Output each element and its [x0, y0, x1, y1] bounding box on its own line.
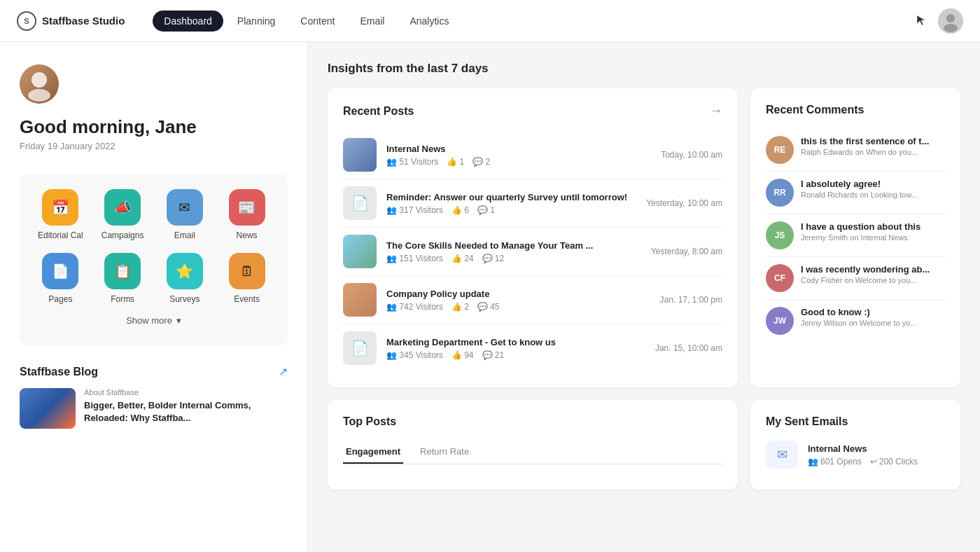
user-avatar-nav[interactable] [938, 8, 963, 34]
shortcut-events[interactable]: 🗓 Events [218, 253, 275, 304]
opens-icon: 👥 [808, 457, 818, 467]
post-title: Company Policy update [386, 289, 650, 299]
post-thumbnail: 📄 [343, 186, 377, 220]
recent-posts-arrow[interactable]: → [710, 104, 722, 118]
comments-list: RE this is the first sentence of t... Ra… [766, 129, 945, 342]
shortcut-icon-3: 📰 [229, 189, 265, 226]
comment-item[interactable]: JS I have a question about this Jeremy S… [766, 214, 945, 257]
nav-planning[interactable]: Planning [226, 11, 287, 32]
insights-title: Insights from the last 7 days [328, 62, 960, 76]
shortcut-label-7: Events [234, 294, 260, 304]
blog-thumbnail [20, 388, 76, 429]
post-likes: 👍 6 [451, 205, 469, 215]
post-item[interactable]: The Core Skills Needed to Manage Your Te… [343, 228, 722, 276]
show-more-button[interactable]: Show more ▾ [32, 311, 275, 330]
email-info: Internal News 👥 601 Opens ↩ 200 Clicks [808, 443, 918, 467]
shortcut-icon-0: 📅 [42, 189, 78, 226]
svg-point-2 [944, 24, 958, 32]
sent-email-item[interactable]: ✉ Internal News 👥 601 Opens ↩ 200 Clicks [766, 441, 945, 469]
post-item[interactable]: 📄 Marketing Department - Get to know us … [343, 324, 722, 372]
post-info: Company Policy update 👥 742 Visitors 👍 2… [386, 289, 650, 312]
nav-analytics[interactable]: Analytics [398, 11, 460, 32]
comment-item[interactable]: RE this is the first sentence of t... Ra… [766, 129, 945, 172]
shortcut-campaigns[interactable]: 📣 Campaigns [94, 189, 151, 240]
email-title: Internal News [808, 443, 918, 454]
email-opens: 👥 601 Opens [808, 457, 862, 467]
sent-emails-title: My Sent Emails [766, 415, 848, 428]
comment-content: I have a question about this Jeremy Smit… [801, 221, 920, 249]
post-likes: 👍 1 [447, 157, 464, 167]
blog-post-title: Bigger, Better, Bolder Internal Comms, R… [84, 399, 288, 425]
nav-dashboard[interactable]: Dashboard [153, 11, 223, 32]
post-item[interactable]: Internal News 👥 51 Visitors 👍 1 💬 2 Toda… [343, 131, 722, 179]
post-comments: 💬 1 [477, 205, 495, 215]
post-item[interactable]: 📄 Reminder: Answer our quarterly Survey … [343, 179, 722, 228]
post-title: Reminder: Answer our quarterly Survey un… [386, 192, 636, 202]
top-posts-tabs: Engagement Return Rate [343, 441, 722, 464]
sent-emails-card: My Sent Emails ✉ Internal News 👥 601 Ope… [750, 400, 960, 490]
post-time: Jan. 17, 1:00 pm [660, 295, 722, 305]
comment-attribution: Jenny Wilson on Welcome to yo... [801, 319, 916, 327]
user-avatar [20, 64, 59, 104]
shortcut-surveys[interactable]: ⭐ Surveys [157, 253, 214, 304]
shortcut-icon-6: ⭐ [167, 253, 203, 289]
post-likes: 👍 94 [451, 350, 474, 360]
shortcuts-panel: 📅 Editorial Cal 📣 Campaigns ✉ Email 📰 Ne… [20, 174, 288, 345]
logo: S Staffbase Studio [17, 11, 125, 31]
post-item[interactable]: Company Policy update 👥 742 Visitors 👍 2… [343, 276, 722, 324]
comment-item[interactable]: RR I absolutely agree! Ronald Richards o… [766, 172, 945, 214]
svg-point-4 [28, 89, 50, 102]
recent-posts-header: Recent Posts → [343, 104, 722, 118]
opens-count: 601 Opens [820, 457, 862, 467]
posts-list: Internal News 👥 51 Visitors 👍 1 💬 2 Toda… [343, 131, 722, 372]
comment-item[interactable]: CF I was recently wondering ab... Cody F… [766, 257, 945, 300]
post-visitors: 👥 51 Visitors [386, 157, 438, 167]
shortcut-icon-2: ✉ [167, 189, 203, 226]
top-posts-card: Top Posts Engagement Return Rate [328, 400, 738, 490]
email-icon-box: ✉ [766, 441, 798, 469]
post-visitors: 👥 345 Visitors [386, 350, 443, 360]
comment-avatar: RR [766, 179, 794, 207]
shortcut-email[interactable]: ✉ Email [157, 189, 214, 240]
post-thumbnail [343, 138, 377, 172]
nav-email[interactable]: Email [349, 11, 396, 32]
post-comments: 💬 21 [482, 350, 505, 360]
recent-comments-title: Recent Comments [766, 104, 864, 116]
greeting: Good morning, Jane [20, 116, 288, 138]
shortcuts-grid: 📅 Editorial Cal 📣 Campaigns ✉ Email 📰 Ne… [32, 189, 275, 304]
post-likes: 👍 2 [451, 302, 469, 312]
shortcut-label-2: Email [174, 230, 195, 240]
recent-comments-card: Recent Comments RE this is the first sen… [750, 88, 960, 387]
shortcut-label-4: Pages [48, 294, 72, 304]
shortcut-pages[interactable]: 📄 Pages [32, 253, 89, 304]
post-info: Reminder: Answer our quarterly Survey un… [386, 192, 636, 215]
shortcut-forms[interactable]: 📋 Forms [94, 253, 151, 304]
top-posts-header: Top Posts [343, 415, 722, 428]
external-link-icon[interactable]: ↗ [279, 365, 288, 378]
blog-post-item[interactable]: About Staffbase Bigger, Better, Bolder I… [20, 388, 288, 429]
shortcut-editorial-cal[interactable]: 📅 Editorial Cal [32, 189, 89, 240]
comment-item[interactable]: JW Good to know :) Jenny Wilson on Welco… [766, 300, 945, 342]
comment-avatar: RE [766, 136, 794, 164]
comment-content: this is the first sentence of t... Ralph… [801, 136, 929, 164]
post-time: Jan. 15, 10:00 am [655, 343, 722, 353]
recent-posts-card: Recent Posts → Internal News 👥 51 Visito… [328, 88, 738, 387]
post-title: Marketing Department - Get to know us [386, 337, 645, 347]
post-meta: 👥 742 Visitors 👍 2 💬 45 [386, 302, 650, 312]
main-content: Insights from the last 7 days Recent Pos… [308, 42, 980, 552]
logo-text: Staffbase Studio [42, 15, 125, 27]
post-visitors: 👥 742 Visitors [386, 302, 443, 312]
clicks-count: 200 Clicks [879, 457, 918, 467]
post-title: Internal News [386, 144, 651, 154]
blog-post-content: About Staffbase Bigger, Better, Bolder I… [84, 388, 288, 425]
shortcut-icon-4: 📄 [42, 253, 78, 289]
post-likes: 👍 24 [451, 254, 474, 263]
shortcut-icon-1: 📣 [104, 189, 141, 226]
post-info: Internal News 👥 51 Visitors 👍 1 💬 2 [386, 144, 651, 167]
tab-return-rate[interactable]: Return Rate [417, 441, 472, 464]
nav-content[interactable]: Content [289, 11, 346, 32]
cards-row-top: Recent Posts → Internal News 👥 51 Visito… [328, 88, 960, 387]
shortcut-news[interactable]: 📰 News [218, 189, 275, 240]
tab-engagement[interactable]: Engagement [343, 441, 403, 464]
post-time: Yesterday, 10:00 am [646, 198, 722, 208]
